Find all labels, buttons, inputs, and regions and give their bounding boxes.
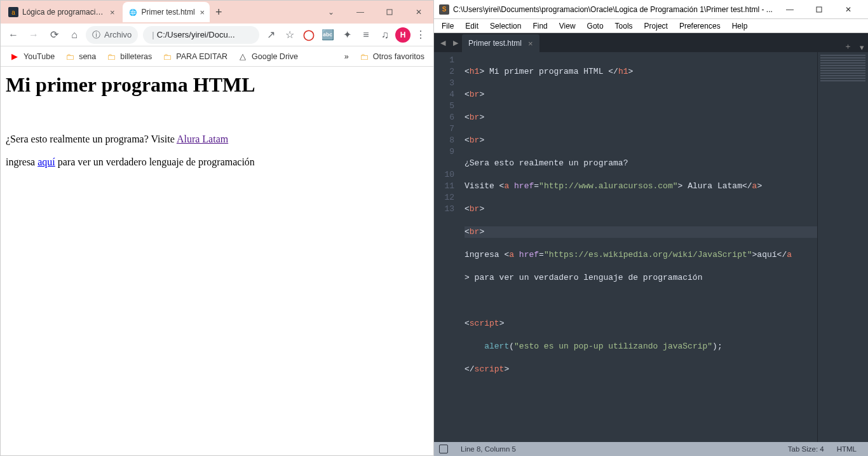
reading-list-icon[interactable]: ≡: [357, 26, 375, 44]
bookmark-star-icon[interactable]: ☆: [281, 26, 299, 44]
menu-file[interactable]: File: [437, 20, 459, 32]
bookmarks-overflow[interactable]: »: [341, 50, 353, 64]
bookmarks-bar: ▶YouTube 🗀sena 🗀billeteras 🗀PARA EDITAR …: [1, 46, 433, 67]
menu-preferences[interactable]: Preferences: [674, 20, 726, 32]
status-cursor[interactable]: Line 8, Column 5: [454, 445, 522, 453]
svg-rect-1: [817, 7, 822, 12]
browser-tabstrip: a Lógica de programación p × 🌐 Primer te…: [1, 1, 433, 24]
bookmark-label: YouTube: [24, 52, 55, 61]
sublime-titlebar: S C:\Users\yirei\Documents\programacion\…: [434, 0, 868, 19]
page-heading: Mi primer programa HTML: [6, 73, 428, 97]
url-separator: |: [152, 30, 154, 39]
tab-favicon: a: [8, 7, 18, 17]
minimize-button[interactable]: —: [775, 0, 804, 18]
menu-help[interactable]: Help: [727, 20, 753, 32]
new-tab-button[interactable]: +: [210, 3, 227, 21]
bookmark-label: Google Drive: [252, 52, 298, 61]
editor-tab-label: Primer test.html: [468, 39, 522, 48]
url-text: C:/Users/yirei/Docu...: [157, 30, 235, 39]
close-button[interactable]: ✕: [834, 0, 863, 18]
code-area[interactable]: <h1> Mi primer programa HTML </h1> <br> …: [459, 52, 817, 442]
menu-view[interactable]: View: [554, 20, 581, 32]
active-line: <br>: [465, 226, 817, 238]
status-panel-icon[interactable]: [439, 445, 448, 453]
status-syntax[interactable]: HTML: [831, 445, 863, 453]
editor-tab-active[interactable]: Primer test.html ×: [462, 34, 539, 52]
site-info-button[interactable]: ⓘ Archivo: [86, 26, 138, 44]
minimap[interactable]: [817, 52, 868, 442]
forward-button[interactable]: →: [25, 26, 43, 44]
info-icon: ⓘ: [92, 29, 100, 41]
address-bar[interactable]: | C:/Users/yirei/Docu...: [143, 26, 259, 44]
sublime-statusbar: Line 8, Column 5 Tab Size: 4 HTML: [434, 442, 868, 456]
tab-label: Primer test.html: [142, 8, 195, 17]
sublime-window-title: C:\Users\yirei\Documents\programacion\Or…: [453, 5, 775, 14]
media-icon[interactable]: ♫: [376, 26, 394, 44]
folder-icon: 🗀: [359, 52, 369, 62]
menu-goto[interactable]: Goto: [582, 20, 609, 32]
folder-icon: 🗀: [65, 52, 75, 62]
browser-tab-0[interactable]: a Lógica de programación p ×: [3, 2, 120, 22]
chevron-down-icon[interactable]: ⌄: [316, 1, 346, 24]
globe-icon: 🌐: [128, 7, 138, 17]
bookmark-billeteras[interactable]: 🗀billeteras: [102, 49, 156, 64]
close-button[interactable]: ✕: [404, 1, 433, 24]
new-tab-plus-icon[interactable]: ＋: [840, 41, 856, 52]
line-gutter: 1 2 3 4 5 6 7 8 9 10 11 12 13: [434, 52, 459, 442]
link-aqui[interactable]: aquí: [37, 156, 55, 167]
tab-close-icon[interactable]: ×: [110, 8, 115, 17]
bookmark-label: PARA EDITAR: [176, 52, 227, 61]
page-paragraph-1: ¿Sera esto realmente un programa? Visite…: [6, 134, 428, 145]
tab-close-icon[interactable]: ×: [200, 8, 205, 17]
browser-toolbar: ← → ⟳ ⌂ ⓘ Archivo | C:/Users/yirei/Docu.…: [1, 24, 433, 46]
home-button[interactable]: ⌂: [65, 26, 83, 44]
tab-history-forward-icon[interactable]: ▶: [449, 33, 462, 52]
window-controls: — ✕: [346, 1, 433, 24]
tab-dropdown-icon[interactable]: ▾: [856, 43, 868, 52]
link-alura[interactable]: Alura Latam: [177, 134, 228, 144]
menu-project[interactable]: Project: [639, 20, 673, 32]
bookmark-label: Otros favoritos: [373, 52, 424, 61]
maximize-button[interactable]: [804, 0, 834, 18]
sublime-window: S C:\Users\yirei\Documents\programacion\…: [434, 0, 868, 456]
url-scheme-label: Archivo: [104, 30, 132, 39]
extension-red-icon[interactable]: ◯: [300, 26, 318, 44]
other-bookmarks[interactable]: 🗀Otros favoritos: [355, 49, 428, 64]
back-button[interactable]: ←: [4, 26, 22, 44]
reload-button[interactable]: ⟳: [45, 26, 63, 44]
bookmark-para-editar[interactable]: 🗀PARA EDITAR: [158, 49, 231, 64]
browser-tab-1[interactable]: 🌐 Primer test.html ×: [123, 2, 210, 22]
menu-find[interactable]: Find: [527, 20, 552, 32]
bookmark-youtube[interactable]: ▶YouTube: [6, 49, 58, 64]
tab-label: Lógica de programación p: [22, 8, 105, 17]
folder-icon: 🗀: [162, 52, 172, 62]
bookmark-sena[interactable]: 🗀sena: [61, 49, 100, 64]
extensions-puzzle-icon[interactable]: ✦: [338, 26, 356, 44]
sublime-tabstrip: ◀ ▶ Primer test.html × ＋ ▾: [434, 33, 868, 52]
tab-close-icon[interactable]: ×: [528, 39, 533, 48]
bookmark-label: sena: [79, 52, 96, 61]
bookmark-google-drive[interactable]: △Google Drive: [234, 49, 302, 64]
youtube-icon: ▶: [10, 52, 20, 62]
tab-history-back-icon[interactable]: ◀: [437, 33, 449, 52]
chrome-window: a Lógica de programación p × 🌐 Primer te…: [0, 0, 434, 456]
sublime-app-icon: S: [439, 4, 449, 15]
sublime-menubar: File Edit Selection Find View Goto Tools…: [434, 19, 868, 33]
profile-avatar[interactable]: H: [395, 27, 410, 43]
page-viewport: Mi primer programa HTML ¿Sera esto realm…: [1, 67, 433, 455]
page-paragraph-2: ingresa aquí para ver un verdadero lengu…: [6, 156, 428, 168]
editor-body: 1 2 3 4 5 6 7 8 9 10 11 12 13 <h1> Mi pr…: [434, 52, 868, 442]
status-tabsize[interactable]: Tab Size: 4: [782, 445, 831, 453]
maximize-button[interactable]: [375, 1, 404, 24]
svg-rect-0: [387, 10, 392, 15]
window-controls: — ✕: [775, 0, 863, 18]
minimize-button[interactable]: —: [346, 1, 375, 24]
translate-icon[interactable]: 🔤: [319, 26, 337, 44]
menu-edit[interactable]: Edit: [460, 20, 484, 32]
menu-selection[interactable]: Selection: [485, 20, 526, 32]
kebab-menu-icon[interactable]: ⋮: [412, 26, 430, 44]
share-icon[interactable]: ↗: [262, 26, 280, 44]
drive-icon: △: [238, 52, 248, 62]
bookmark-label: billeteras: [120, 52, 152, 61]
menu-tools[interactable]: Tools: [610, 20, 638, 32]
